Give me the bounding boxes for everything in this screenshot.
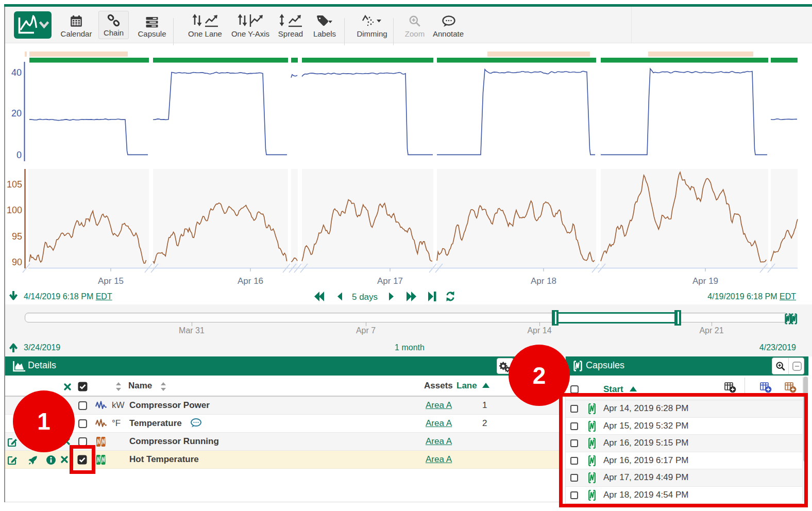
svg-text:Apr 19: Apr 19 [692,276,718,286]
svg-text:90: 90 [12,257,22,267]
svg-text:40: 40 [11,67,22,78]
svg-text:20: 20 [11,108,22,118]
svg-text:Apr 15: Apr 15 [98,276,124,286]
svg-text:5 days: 5 days [352,292,378,302]
svg-text:105: 105 [7,179,22,190]
svg-text:100: 100 [7,205,22,215]
svg-text:95: 95 [12,231,22,242]
svg-text:Apr 18: Apr 18 [531,276,556,286]
svg-text:Apr 16: Apr 16 [238,276,263,286]
svg-text:0: 0 [16,150,22,160]
svg-text:Apr 17: Apr 17 [377,276,403,286]
